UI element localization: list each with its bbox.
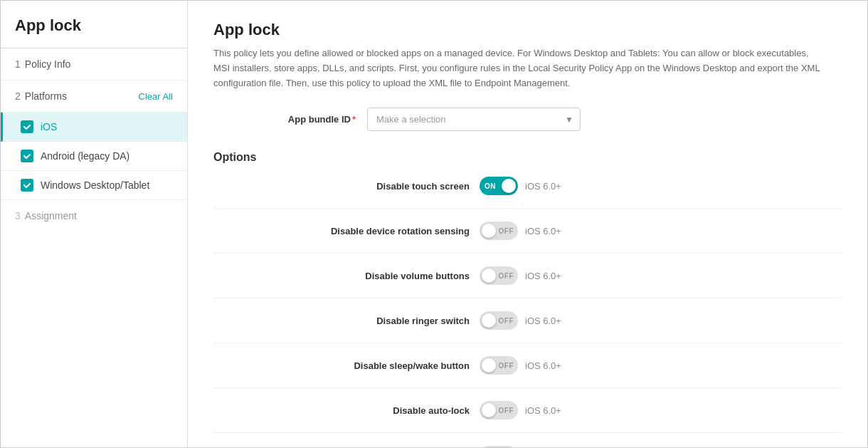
toggle-row-4: Disable sleep/wake buttonOFFiOS 6.0+ <box>213 356 842 388</box>
app-bundle-id-select[interactable]: Make a selection <box>367 108 581 131</box>
toggle-knob-3 <box>482 313 496 328</box>
platforms-header-left: 2 Platforms <box>15 90 67 102</box>
toggle-row-1: Disable device rotation sensingOFFiOS 6.… <box>213 222 842 254</box>
app-bundle-id-select-wrapper: Make a selection ▼ <box>367 108 581 131</box>
main-content: App lock This policy lets you define all… <box>188 1 867 447</box>
app-bundle-id-label: App bundle ID* <box>213 114 356 125</box>
toggle-switch-4[interactable]: OFF <box>480 356 518 375</box>
toggle-version-4: iOS 6.0+ <box>525 360 561 371</box>
toggle-text-3: OFF <box>499 317 514 325</box>
toggle-row-6: Enable VoiceOverOFFiOS 6.0+ <box>213 446 842 447</box>
step2-label: Platforms <box>25 90 67 102</box>
step1-label: Policy Info <box>25 58 71 70</box>
step1-num: 1 <box>15 58 21 70</box>
android-label: Android (legacy DA) <box>41 150 129 162</box>
toggle-switch-2[interactable]: OFF <box>480 266 518 285</box>
toggle-knob-4 <box>482 358 496 373</box>
toggle-knob-0 <box>502 179 516 193</box>
toggle-label-4: Disable sleep/wake button <box>213 360 470 371</box>
options-section: Options Disable touch screenONiOS 6.0+Di… <box>213 151 842 447</box>
step2-num: 2 <box>15 90 21 102</box>
toggle-knob-1 <box>482 224 496 238</box>
toggle-switch-1[interactable]: OFF <box>480 222 518 240</box>
toggle-label-1: Disable device rotation sensing <box>213 226 470 236</box>
toggle-version-1: iOS 6.0+ <box>525 226 561 236</box>
toggle-switch-5[interactable]: OFF <box>480 401 518 420</box>
app-bundle-id-row: App bundle ID* Make a selection ▼ <box>213 108 842 131</box>
toggle-label-2: Disable volume buttons <box>213 271 470 281</box>
toggle-row-2: Disable volume buttonsOFFiOS 6.0+ <box>213 266 842 298</box>
toggle-version-5: iOS 6.0+ <box>525 405 561 416</box>
page-title: App lock <box>213 21 842 39</box>
platform-item-android[interactable]: Android (legacy DA) <box>1 142 187 171</box>
step3-label: Assignment <box>25 210 77 222</box>
toggle-switch-6[interactable]: OFF <box>480 446 518 447</box>
toggle-row-3: Disable ringer switchOFFiOS 6.0+ <box>213 311 842 343</box>
sidebar: App lock 1 Policy Info 2 Platforms Clear… <box>1 1 188 447</box>
windows-label: Windows Desktop/Tablet <box>41 179 149 191</box>
toggle-label-5: Disable auto-lock <box>213 405 470 416</box>
sidebar-item-policy-info[interactable]: 1 Policy Info <box>1 48 187 80</box>
toggle-text-5: OFF <box>499 407 514 415</box>
toggle-row-0: Disable touch screenONiOS 6.0+ <box>213 177 842 209</box>
toggle-row-5: Disable auto-lockOFFiOS 6.0+ <box>213 401 842 433</box>
step3-num: 3 <box>15 210 21 222</box>
toggle-text-1: OFF <box>499 227 514 235</box>
ios-label: iOS <box>41 121 57 132</box>
toggle-text-4: OFF <box>499 362 514 370</box>
android-checkbox <box>21 150 33 162</box>
toggle-switch-0[interactable]: ON <box>480 177 518 195</box>
toggle-label-0: Disable touch screen <box>213 181 470 192</box>
toggle-label-3: Disable ringer switch <box>213 316 470 326</box>
platform-item-windows[interactable]: Windows Desktop/Tablet <box>1 171 187 200</box>
page-description: This policy lets you define allowed or b… <box>213 46 825 90</box>
sidebar-item-assignment[interactable]: 3 Assignment <box>1 200 187 231</box>
toggle-version-0: iOS 6.0+ <box>525 181 561 192</box>
clear-all-button[interactable]: Clear All <box>139 91 173 102</box>
toggle-text-0: ON <box>485 182 496 190</box>
options-title: Options <box>213 151 842 164</box>
toggle-text-2: OFF <box>499 272 514 280</box>
app-lock-title: App lock <box>1 1 187 48</box>
platform-item-ios[interactable]: iOS <box>1 113 187 142</box>
windows-checkbox <box>21 179 33 192</box>
toggle-switch-3[interactable]: OFF <box>480 311 518 330</box>
toggle-knob-5 <box>482 403 496 417</box>
toggle-version-3: iOS 6.0+ <box>525 316 561 326</box>
toggle-knob-2 <box>482 269 496 283</box>
toggles-container: Disable touch screenONiOS 6.0+Disable de… <box>213 177 842 447</box>
platforms-header: 2 Platforms Clear All <box>1 80 187 113</box>
required-star: * <box>352 114 356 125</box>
toggle-version-2: iOS 6.0+ <box>525 271 561 281</box>
ios-checkbox <box>21 120 33 133</box>
